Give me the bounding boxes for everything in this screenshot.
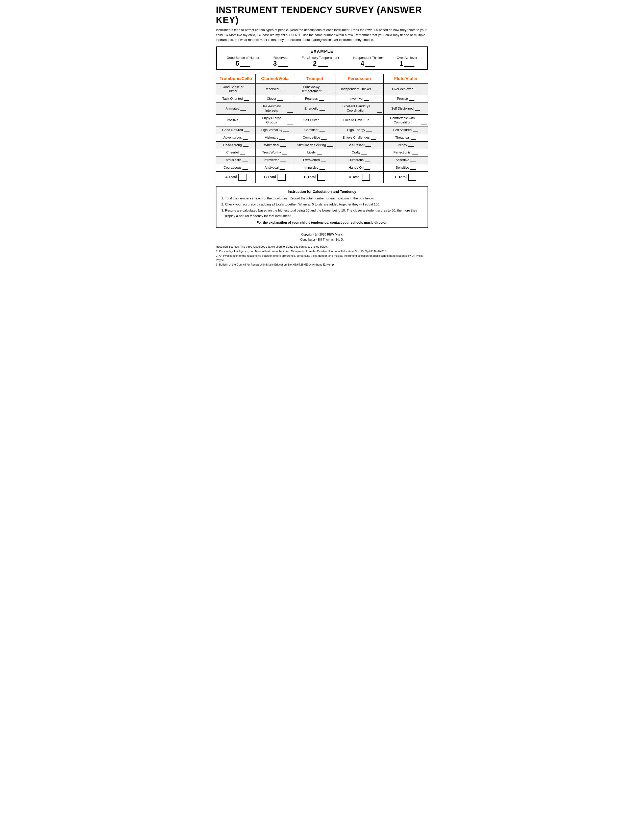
answer-line	[243, 139, 248, 140]
total-label: B Total	[264, 175, 276, 179]
answer-line	[244, 132, 250, 132]
cell-text: Energetic	[304, 106, 319, 111]
table-cell: Trust Worthy	[256, 149, 294, 156]
answer-line	[280, 91, 285, 91]
answer-line	[413, 132, 418, 132]
answer-line	[408, 146, 414, 147]
table-cell: Has Aesthetic Interests	[256, 103, 294, 114]
cell-text: Over Achiever	[392, 87, 413, 92]
table-row: Enthusiastic Introverted Extroverted Hum…	[216, 156, 428, 164]
table-cell: High Verbal IQ	[256, 126, 294, 134]
table-cell: Enthusiastic	[216, 156, 256, 164]
column-header: Trumpet	[294, 74, 335, 83]
answer-line	[371, 139, 376, 140]
table-cell: Self Disciplined	[383, 103, 428, 114]
cell-text: Hands-On	[349, 166, 364, 170]
example-item-label: Independent Thinker	[353, 56, 383, 60]
table-cell: Animated	[216, 103, 256, 114]
answer-line	[372, 91, 378, 91]
table-cell: Self Driven	[294, 114, 335, 127]
table-cell: Likes to Have Fun	[335, 114, 383, 127]
table-cell: Cheerful	[216, 149, 256, 156]
answer-line	[327, 146, 333, 147]
table-cell: Impulsive	[294, 164, 335, 172]
answer-line	[242, 162, 248, 162]
research-header: Research Sources: The three resources th…	[216, 244, 428, 249]
table-cell: Fun/Showy Temperament	[294, 83, 335, 95]
cell-text: Likes to Have Fun	[343, 118, 369, 122]
total-cell: B Total	[256, 172, 294, 183]
answer-line	[328, 93, 334, 93]
table-cell: Task-Oriented	[216, 95, 256, 103]
table-body: Good Sense of Humor Reserved Fun/Showy T…	[216, 83, 428, 172]
research-section: Research Sources: The three resources th…	[216, 244, 428, 267]
answer-line	[364, 100, 369, 101]
cell-text: Self Driven	[303, 118, 319, 122]
cell-text: Independent Thinker	[341, 87, 371, 92]
table-row: Cheerful Trust Worthy Lively Crafty Perf…	[216, 149, 428, 156]
total-label: E Total	[395, 175, 407, 179]
intro-text: Instruments tend to attract certain type…	[216, 27, 428, 42]
copyright-section: Copyright (c) 2020 REW Music Contributor…	[216, 232, 428, 242]
total-label: C Total	[304, 175, 316, 179]
table-cell: Head-Strong	[216, 142, 256, 149]
table-cell: Self-Reliant	[335, 142, 383, 149]
table-cell: Theatrical	[383, 134, 428, 142]
answer-line	[280, 169, 285, 170]
cell-text: Reserved	[264, 87, 279, 92]
cell-text: Assertive	[396, 158, 409, 162]
answer-line	[421, 124, 427, 124]
answer-line	[365, 146, 371, 147]
table-cell: Stimulation Seeking	[294, 142, 335, 149]
answer-line	[414, 91, 419, 91]
answer-line	[377, 112, 382, 113]
answer-line	[243, 146, 248, 147]
table-cell: Adventurous	[216, 134, 256, 142]
answer-line	[412, 154, 418, 154]
cell-text: Comfortable with Competition	[385, 116, 420, 125]
cell-text: Enthusiastic	[224, 158, 242, 162]
table-cell: Humorous	[335, 156, 383, 164]
cell-text: Impulsive	[304, 166, 319, 170]
answer-line	[280, 162, 286, 162]
example-item-line	[365, 66, 375, 67]
cell-text: Task-Oriented	[222, 96, 243, 101]
cell-text: Courageous	[224, 166, 242, 170]
total-box	[277, 174, 286, 181]
main-table: Trombone/CelloClarinet/ViolaTrumpetPercu…	[216, 74, 428, 183]
table-cell: Courageous	[216, 164, 256, 172]
cell-text: Cheerful	[226, 150, 239, 155]
answer-line	[410, 169, 416, 170]
column-header: Trombone/Cello	[216, 74, 256, 83]
answer-line	[319, 132, 325, 132]
instructions-bold-note: For the explanation of your child's tend…	[221, 220, 423, 224]
table-row: Courageous Analytical Impulsive Hands-On…	[216, 164, 428, 172]
example-item-num: 3	[273, 60, 277, 67]
cell-text: High Verbal IQ	[261, 128, 282, 132]
cell-text: Animated	[225, 106, 240, 111]
total-label: D Total	[349, 175, 361, 179]
example-item-num: 1	[400, 60, 403, 67]
example-item-line	[240, 66, 250, 67]
copyright-line1: Copyright (c) 2020 REW Music	[216, 232, 428, 237]
table-cell: Enjoys Challenges	[335, 134, 383, 142]
table-cell: Whimsical	[256, 142, 294, 149]
column-header: Clarinet/Viola	[256, 74, 294, 83]
answer-line	[244, 100, 249, 101]
page-title: INSTRUMENT TENDENCY SURVEY (ANSWER KEY)	[216, 5, 428, 25]
table-cell: Extroverted	[294, 156, 335, 164]
cell-text: Visionary	[265, 135, 278, 140]
cell-text: Head-Strong	[223, 143, 242, 148]
answer-line	[415, 110, 420, 111]
cell-text: Lively	[307, 150, 316, 155]
table-cell: Introverted	[256, 156, 294, 164]
table-cell: Good Sense of Humor	[216, 83, 256, 95]
research-item: 2. An investigation of the relationship …	[216, 254, 428, 262]
answer-line	[361, 154, 367, 154]
table-cell: Assertive	[383, 156, 428, 164]
table-cell: Enjoys Large Groups	[256, 114, 294, 127]
answer-line	[319, 169, 325, 170]
example-item-line	[278, 66, 288, 67]
cell-text: Whimsical	[264, 143, 279, 148]
answer-line	[317, 154, 322, 154]
